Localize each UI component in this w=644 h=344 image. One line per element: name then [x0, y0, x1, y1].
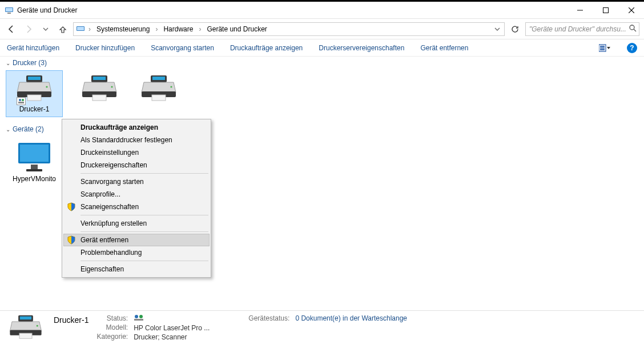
- svg-rect-16: [28, 77, 41, 80]
- minimize-button[interactable]: [567, 2, 593, 18]
- shared-badge-icon: [17, 97, 26, 105]
- shield-icon: [67, 202, 76, 211]
- label-model: Modell:: [96, 323, 128, 331]
- view-options-button[interactable]: [598, 42, 611, 54]
- cm-separator: [80, 261, 208, 261]
- svg-point-18: [46, 86, 47, 87]
- device-item-0[interactable]: HyperVMonito: [6, 137, 63, 187]
- forward-button[interactable]: [22, 22, 35, 36]
- remove-device-button[interactable]: Gerät entfernen: [420, 44, 468, 52]
- breadcrumb-sep[interactable]: ›: [198, 25, 202, 33]
- label-category: Kategorie:: [96, 333, 128, 341]
- svg-rect-8: [77, 27, 84, 30]
- svg-rect-24: [93, 77, 106, 80]
- svg-point-31: [170, 86, 172, 87]
- svg-line-10: [634, 29, 636, 31]
- command-bar: Gerät hinzufügen Drucker hinzufügen Scan…: [0, 39, 644, 57]
- cm-set-default[interactable]: Als Standarddrucker festlegen: [63, 134, 210, 146]
- svg-rect-44: [134, 319, 143, 321]
- cm-remove-device[interactable]: Gerät entfernen: [63, 234, 210, 246]
- svg-point-20: [19, 99, 21, 101]
- device-label: HyperVMonito: [13, 175, 56, 183]
- svg-point-40: [37, 325, 38, 326]
- breadcrumb-sep[interactable]: ›: [87, 25, 92, 33]
- printer-icon: [81, 74, 118, 103]
- svg-rect-29: [152, 77, 165, 80]
- details-name: Drucker-1: [54, 314, 88, 340]
- svg-rect-13: [600, 47, 605, 49]
- cm-troubleshoot[interactable]: Problembehandlung: [63, 246, 210, 259]
- breadcrumb-seg-1[interactable]: Hardware: [160, 24, 196, 34]
- value-category: Drucker; Scanner: [134, 333, 210, 341]
- cm-show-jobs[interactable]: Druckaufträge anzeigen: [63, 121, 210, 134]
- svg-point-26: [111, 86, 112, 87]
- close-button[interactable]: [618, 2, 644, 18]
- printer-item-1[interactable]: [71, 70, 128, 117]
- help-button[interactable]: ?: [627, 43, 637, 53]
- show-jobs-button[interactable]: Druckaufträge anzeigen: [230, 44, 303, 52]
- server-props-button[interactable]: Druckerservereigenschaften: [319, 44, 404, 52]
- printer-item-0[interactable]: Drucker-1: [6, 70, 63, 117]
- group-header-printers[interactable]: ⌄ Drucker (3): [0, 57, 644, 68]
- printer-icon: [140, 74, 177, 103]
- address-bar[interactable]: › Systemsteuerung › Hardware › Geräte un…: [73, 22, 505, 36]
- search-box[interactable]: [525, 22, 639, 36]
- up-button[interactable]: [56, 22, 70, 36]
- svg-rect-2: [7, 13, 11, 14]
- svg-rect-22: [18, 102, 24, 103]
- cm-separator: [80, 173, 208, 174]
- label-device-status: Gerätestatus:: [248, 314, 289, 322]
- maximize-button[interactable]: [593, 2, 618, 18]
- svg-point-42: [135, 315, 138, 318]
- back-button[interactable]: [5, 22, 18, 36]
- cm-start-scan[interactable]: Scanvorgang starten: [63, 175, 210, 188]
- svg-point-43: [139, 315, 143, 318]
- cm-label: Druckereigenschaften: [80, 161, 147, 169]
- breadcrumb-sep[interactable]: ›: [154, 25, 159, 33]
- cm-scan-props[interactable]: Scaneigenschaften: [63, 201, 210, 213]
- cm-print-settings[interactable]: Druckeinstellungen: [63, 146, 210, 159]
- search-input[interactable]: [528, 25, 629, 34]
- cm-separator: [80, 231, 208, 232]
- search-icon[interactable]: [629, 24, 637, 34]
- address-dropdown-icon[interactable]: [492, 26, 503, 32]
- svg-rect-14: [600, 49, 605, 50]
- svg-rect-38: [20, 316, 31, 319]
- cm-label: Scaneigenschaften: [80, 203, 139, 211]
- printer-item-2[interactable]: [130, 70, 187, 117]
- details-pane: Drucker-1 Status: Modell: Kategorie: HP …: [0, 310, 644, 343]
- cm-separator: [80, 215, 208, 215]
- collapse-icon: ⌄: [6, 126, 10, 133]
- printers-row: Drucker-1: [0, 68, 644, 123]
- details-device-icon: [6, 314, 46, 340]
- value-status: [134, 314, 210, 323]
- titlebar: Geräte und Drucker: [0, 2, 644, 19]
- recent-dropdown[interactable]: [39, 22, 53, 36]
- content-area: ⌄ Drucker (3) Drucker-1: [0, 57, 644, 310]
- add-device-button[interactable]: Gerät hinzufügen: [7, 44, 59, 52]
- cm-label: Scanprofile...: [80, 190, 120, 198]
- cm-label: Druckeinstellungen: [80, 149, 139, 157]
- start-scan-button[interactable]: Scanvorgang starten: [151, 44, 214, 52]
- svg-rect-19: [27, 95, 41, 101]
- svg-rect-36: [26, 169, 42, 171]
- group-title: Drucker (3): [13, 59, 47, 67]
- cm-label: Verknüpfung erstellen: [80, 219, 147, 227]
- add-printer-button[interactable]: Drucker hinzufügen: [75, 44, 135, 52]
- refresh-button[interactable]: [508, 22, 522, 36]
- cm-properties[interactable]: Eigenschaften: [63, 263, 210, 275]
- svg-rect-41: [19, 333, 32, 338]
- value-device-status: 0 Dokument(e) in der Warteschlange: [295, 314, 407, 322]
- cm-label: Druckaufträge anzeigen: [80, 123, 158, 131]
- window-icon: [5, 6, 14, 15]
- cm-create-shortcut[interactable]: Verknüpfung erstellen: [63, 217, 210, 230]
- breadcrumb-seg-2[interactable]: Geräte und Drucker: [203, 24, 270, 34]
- cm-scan-profiles[interactable]: Scanprofile...: [63, 188, 210, 201]
- value-model: HP Color LaserJet Pro ...: [134, 324, 210, 332]
- shared-status-icon: [134, 314, 145, 321]
- cm-label: Problembehandlung: [80, 249, 142, 257]
- cm-printer-props[interactable]: Druckereigenschaften: [63, 159, 210, 171]
- breadcrumb-seg-0[interactable]: Systemsteuerung: [93, 24, 153, 34]
- monitor-icon: [16, 141, 53, 173]
- svg-rect-12: [600, 46, 605, 47]
